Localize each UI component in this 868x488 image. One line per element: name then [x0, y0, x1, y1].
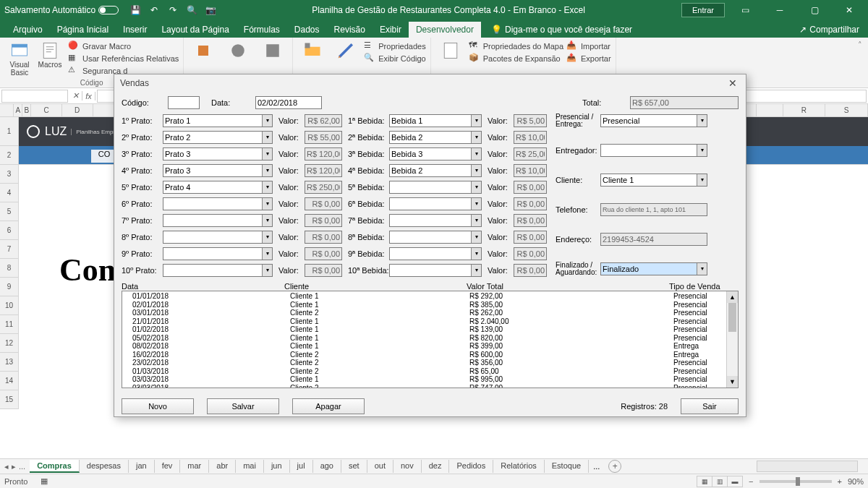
add-sheet-icon[interactable]: + — [608, 460, 621, 473]
combo-input[interactable] — [389, 131, 482, 144]
properties-button[interactable]: ☰Propriedades — [364, 40, 425, 52]
sheet-tab-jul[interactable]: jul — [290, 460, 313, 473]
chevron-down-icon[interactable]: ▾ — [697, 174, 707, 186]
chevron-down-icon[interactable]: ▾ — [262, 181, 272, 193]
combo-input[interactable] — [389, 264, 482, 277]
chevron-down-icon[interactable]: ▾ — [262, 165, 272, 176]
sheet-tab-abr[interactable]: abr — [209, 460, 236, 473]
zoom-slider[interactable] — [760, 480, 832, 483]
tab-dados[interactable]: Dados — [287, 22, 327, 38]
col-header[interactable]: A — [14, 104, 22, 116]
chevron-down-icon[interactable]: ▾ — [471, 265, 481, 276]
record-macro-button[interactable]: 🔴Gravar Macro — [68, 40, 179, 52]
chevron-down-icon[interactable]: ▾ — [262, 115, 272, 127]
row-header[interactable]: 13 — [0, 353, 19, 372]
tab-arquivo[interactable]: Arquivo — [6, 22, 50, 38]
combo-input[interactable] — [389, 231, 482, 244]
combo-input[interactable] — [163, 231, 273, 244]
list-row[interactable]: 21/01/2018Cliente 1R$ 2.040,00Presencial — [132, 317, 738, 326]
chevron-down-icon[interactable]: ▾ — [697, 145, 707, 156]
undo-icon[interactable]: ↶ — [149, 5, 159, 15]
chevron-down-icon[interactable]: ▾ — [262, 248, 272, 260]
sheet-tab-set[interactable]: set — [341, 460, 367, 473]
combo-input[interactable] — [389, 164, 482, 177]
chevron-down-icon[interactable]: ▾ — [262, 198, 272, 210]
combo-input[interactable] — [389, 214, 482, 227]
list-row[interactable]: 05/02/2018Cliente 1R$ 820,00Presencial — [132, 334, 738, 343]
chevron-down-icon[interactable]: ▾ — [262, 265, 272, 276]
chevron-down-icon[interactable]: ▾ — [262, 132, 272, 143]
chevron-down-icon[interactable]: ▾ — [471, 215, 481, 226]
col-header[interactable]: D — [62, 104, 93, 116]
tell-me-search[interactable]: 💡 Diga-me o que você deseja fazer — [485, 22, 638, 38]
chevron-down-icon[interactable]: ▾ — [471, 198, 481, 210]
row-header[interactable]: 15 — [0, 390, 19, 409]
combo-input[interactable] — [389, 114, 482, 127]
tab-desenvolvedor[interactable]: Desenvolvedor — [409, 22, 481, 38]
chevron-down-icon[interactable]: ▾ — [471, 148, 481, 160]
scroll-thumb[interactable] — [728, 303, 736, 332]
presencial-select[interactable] — [600, 114, 707, 127]
export-button[interactable]: 📤Exportar — [566, 53, 611, 64]
chevron-down-icon[interactable]: ▾ — [471, 132, 481, 143]
sheet-tab-dez[interactable]: dez — [422, 460, 450, 473]
tab-fórmulas[interactable]: Fórmulas — [237, 22, 287, 38]
apagar-button[interactable]: Apagar — [292, 398, 365, 414]
combo-input[interactable] — [389, 181, 482, 194]
normal-view-icon[interactable]: ▦ — [697, 476, 712, 487]
view-code-button[interactable]: 🔍Exibir Código — [364, 53, 425, 64]
row-header[interactable]: 5 — [0, 202, 19, 221]
col-header[interactable]: B — [22, 104, 31, 116]
row-header[interactable]: 6 — [0, 221, 19, 240]
sheet-tab-estoque[interactable]: Estoque — [545, 460, 589, 473]
entregador-select[interactable] — [600, 144, 707, 157]
combo-input[interactable] — [163, 214, 273, 227]
redo-icon[interactable]: ↷ — [168, 5, 178, 15]
share-button[interactable]: ↗ Compartilhar — [791, 22, 868, 38]
import-button[interactable]: 📥Importar — [566, 40, 611, 52]
row-header[interactable]: 3 — [0, 165, 19, 184]
combo-input[interactable] — [163, 164, 273, 177]
dialog-close-icon[interactable]: ✕ — [726, 77, 740, 89]
maximize-icon[interactable]: ▢ — [800, 5, 829, 15]
row-header[interactable]: 8 — [0, 259, 19, 278]
row-header[interactable]: 7 — [0, 240, 19, 259]
tab-layout-da-página[interactable]: Layout da Página — [154, 22, 236, 38]
sales-listbox[interactable]: 01/01/2018Cliente 1R$ 292,00Presencial02… — [122, 291, 739, 388]
list-row[interactable]: 02/01/2018Cliente 1R$ 385,00Presencial — [132, 301, 738, 309]
tab-nav-more[interactable]: ... — [19, 462, 25, 471]
data-input[interactable] — [255, 96, 322, 109]
horizontal-scrollbar[interactable] — [757, 461, 858, 472]
finalizado-select[interactable] — [600, 262, 707, 275]
listbox-scrollbar[interactable]: ▲ ▼ — [726, 291, 738, 388]
save-icon[interactable]: 💾 — [130, 5, 140, 15]
chevron-down-icon[interactable]: ▾ — [262, 148, 272, 160]
list-row[interactable]: 03/03/2018Cliente 1R$ 995,00Presencial — [132, 375, 738, 384]
ribbon-options-icon[interactable]: ▭ — [731, 5, 760, 15]
chevron-down-icon[interactable]: ▾ — [471, 115, 481, 127]
page-break-view-icon[interactable]: ▬ — [727, 476, 743, 487]
scroll-up-icon[interactable]: ▲ — [727, 291, 738, 303]
combo-input[interactable] — [163, 147, 273, 160]
zoom-level[interactable]: 90% — [848, 477, 864, 486]
tab-nav-first-icon[interactable]: ◂ — [4, 462, 9, 471]
combo-input[interactable] — [389, 247, 482, 260]
close-icon[interactable]: ✕ — [835, 5, 864, 15]
sheet-tab-relatórios[interactable]: Relatórios — [493, 460, 545, 473]
sheet-tab-fev[interactable]: fev — [155, 460, 181, 473]
tab-nav-prev-icon[interactable]: ▸ — [12, 462, 16, 471]
map-properties-button[interactable]: 🗺Propriedades do Mapa — [469, 40, 563, 52]
list-row[interactable]: 08/02/2018Cliente 1R$ 399,00Entrega — [132, 342, 738, 351]
row-header[interactable]: 9 — [0, 278, 19, 296]
cliente-select[interactable] — [600, 174, 707, 187]
chevron-down-icon[interactable]: ▾ — [262, 231, 272, 243]
combo-input[interactable] — [163, 181, 273, 194]
row-header[interactable]: 10 — [0, 296, 19, 315]
row-header[interactable]: 14 — [0, 372, 19, 390]
name-box[interactable] — [1, 90, 68, 103]
sheet-tab-nov[interactable]: nov — [393, 460, 422, 473]
collapse-ribbon-icon[interactable]: ˄ — [852, 38, 868, 87]
combo-input[interactable] — [163, 197, 273, 210]
novo-button[interactable]: Novo — [122, 398, 194, 414]
macro-record-icon[interactable]: ▦ — [41, 476, 48, 486]
